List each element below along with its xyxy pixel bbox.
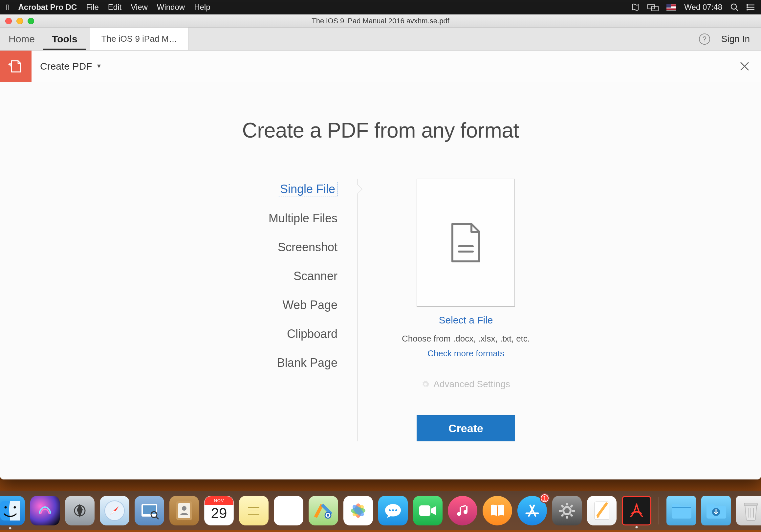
notification-center-icon[interactable] bbox=[746, 4, 755, 11]
menubar-clock[interactable]: Wed 07:48 bbox=[684, 3, 722, 12]
dock-appstore-badge: 1 bbox=[540, 493, 550, 503]
dock-calendar-day: 29 bbox=[211, 505, 227, 521]
input-source-flag-icon[interactable] bbox=[667, 4, 676, 11]
advanced-settings-label: Advanced Settings bbox=[433, 379, 510, 389]
macos-dock: NOV 29 bbox=[0, 491, 761, 530]
tool-label-text: Create PDF bbox=[40, 61, 92, 72]
dock-facetime[interactable] bbox=[413, 496, 442, 525]
source-options-list: Single File Multiple Files Screenshot Sc… bbox=[220, 179, 358, 442]
window-title: The iOS 9 iPad Manual 2016 avxhm.se.pdf bbox=[0, 17, 761, 25]
gear-icon bbox=[422, 380, 430, 388]
dock-finder[interactable] bbox=[0, 496, 25, 525]
dock-pages[interactable] bbox=[587, 496, 616, 525]
spotlight-icon[interactable] bbox=[730, 3, 739, 12]
option-web-page[interactable]: Web Page bbox=[283, 298, 337, 312]
help-icon[interactable]: ? bbox=[699, 33, 710, 45]
advanced-settings-button: Advanced Settings bbox=[422, 379, 510, 389]
menubar-app-name[interactable]: Acrobat Pro DC bbox=[18, 3, 77, 12]
dock-folder[interactable] bbox=[667, 496, 696, 525]
svg-point-3 bbox=[747, 5, 748, 6]
document-tabstrip: Home Tools The iOS 9 iPad M… ? Sign In bbox=[0, 28, 761, 51]
svg-rect-25 bbox=[419, 505, 431, 516]
svg-point-22 bbox=[389, 509, 391, 511]
dock-calendar-month: NOV bbox=[205, 496, 233, 505]
tab-home[interactable]: Home bbox=[0, 28, 43, 50]
dock-maps[interactable] bbox=[309, 496, 338, 525]
displays-menu-icon[interactable] bbox=[647, 3, 659, 11]
script-menu-icon[interactable] bbox=[631, 3, 640, 11]
menubar-window[interactable]: Window bbox=[157, 3, 185, 12]
menubar-edit[interactable]: Edit bbox=[108, 3, 121, 12]
option-multiple-files[interactable]: Multiple Files bbox=[268, 211, 337, 225]
apple-menu-icon[interactable]:  bbox=[6, 2, 9, 13]
dock-system-preferences[interactable] bbox=[552, 496, 582, 525]
sign-in-button[interactable]: Sign In bbox=[721, 34, 750, 44]
chevron-down-icon: ▼ bbox=[96, 63, 102, 70]
create-button[interactable]: Create bbox=[417, 415, 515, 442]
page-title: Create a PDF from any format bbox=[242, 118, 519, 143]
svg-point-23 bbox=[392, 509, 394, 511]
dock-reminders[interactable] bbox=[274, 496, 303, 525]
select-file-link[interactable]: Select a File bbox=[439, 315, 493, 326]
dock-divider bbox=[659, 497, 659, 524]
dock-safari[interactable] bbox=[100, 496, 129, 525]
svg-point-26 bbox=[563, 507, 571, 514]
document-icon bbox=[448, 221, 484, 264]
option-single-file[interactable]: Single File bbox=[278, 182, 337, 196]
dock-messages[interactable] bbox=[378, 496, 408, 525]
dock-itunes[interactable] bbox=[448, 496, 477, 525]
svg-point-5 bbox=[747, 9, 748, 10]
acrobat-window: The iOS 9 iPad Manual 2016 avxhm.se.pdf … bbox=[0, 15, 761, 479]
dock-launchpad[interactable] bbox=[65, 496, 94, 525]
menubar-help[interactable]: Help bbox=[194, 3, 210, 12]
dock-siri[interactable] bbox=[30, 496, 60, 525]
dock-notes[interactable] bbox=[239, 496, 268, 525]
svg-point-8 bbox=[14, 506, 16, 509]
tool-dropdown[interactable]: Create PDF ▼ bbox=[31, 61, 110, 72]
supported-formats-text: Choose from .docx, .xlsx, .txt, etc. bbox=[402, 334, 530, 344]
dock-contacts[interactable] bbox=[169, 496, 199, 525]
tab-tools[interactable]: Tools bbox=[43, 28, 86, 50]
dock-preview[interactable] bbox=[135, 496, 164, 525]
option-scanner[interactable]: Scanner bbox=[294, 269, 337, 283]
menubar-file[interactable]: File bbox=[86, 3, 99, 12]
option-blank-page[interactable]: Blank Page bbox=[277, 356, 337, 370]
svg-point-16 bbox=[182, 506, 187, 511]
svg-point-2 bbox=[731, 4, 736, 9]
tab-home-label: Home bbox=[9, 33, 35, 45]
option-screenshot[interactable]: Screenshot bbox=[278, 240, 337, 254]
macos-menubar:  Acrobat Pro DC File Edit View Window H… bbox=[0, 0, 761, 15]
svg-rect-12 bbox=[143, 505, 156, 514]
option-clipboard[interactable]: Clipboard bbox=[287, 327, 337, 341]
tab-document[interactable]: The iOS 9 iPad M… bbox=[90, 28, 189, 50]
tool-header: Create PDF ▼ bbox=[0, 51, 761, 82]
dock-downloads[interactable] bbox=[701, 496, 731, 525]
dock-ibooks[interactable] bbox=[483, 496, 512, 525]
file-dropzone[interactable] bbox=[417, 179, 515, 307]
dock-acrobat[interactable] bbox=[622, 496, 651, 525]
menubar-view[interactable]: View bbox=[131, 3, 148, 12]
window-titlebar[interactable]: The iOS 9 iPad Manual 2016 avxhm.se.pdf bbox=[0, 15, 761, 28]
dock-trash[interactable] bbox=[736, 496, 761, 525]
tool-close-button[interactable] bbox=[728, 61, 761, 72]
create-pdf-panel: Create a PDF from any format Single File… bbox=[0, 82, 761, 479]
create-pdf-tool-icon bbox=[0, 51, 31, 82]
dock-calendar[interactable]: NOV 29 bbox=[204, 496, 234, 525]
tab-tools-label: Tools bbox=[52, 33, 78, 45]
dock-photos[interactable] bbox=[343, 496, 373, 525]
check-more-formats-link[interactable]: Check more formats bbox=[428, 348, 504, 359]
svg-point-7 bbox=[5, 506, 7, 509]
tab-document-label: The iOS 9 iPad M… bbox=[101, 34, 177, 44]
svg-point-24 bbox=[395, 509, 397, 511]
svg-rect-29 bbox=[744, 503, 757, 506]
dock-appstore[interactable]: 1 bbox=[517, 496, 547, 525]
svg-point-4 bbox=[747, 7, 748, 8]
